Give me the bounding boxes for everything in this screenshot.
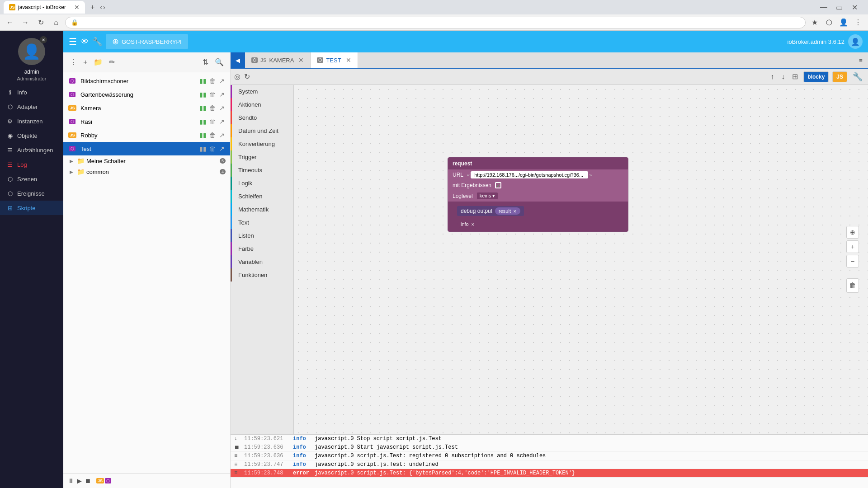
new-tab-button[interactable]: + bbox=[87, 0, 98, 14]
delete-button-robby[interactable]: 🗑 bbox=[208, 131, 217, 140]
delete-button-kamera[interactable]: 🗑 bbox=[208, 103, 217, 113]
palette-datum-zeit[interactable]: Datum und Zeit bbox=[231, 124, 293, 137]
palette-mathematik[interactable]: Mathematik bbox=[231, 203, 293, 216]
editor-tab-test[interactable]: ⬡ TEST ✕ bbox=[311, 52, 358, 68]
export-button-rasi[interactable]: ↗ bbox=[218, 117, 226, 126]
palette-timeouts[interactable]: Timeouts bbox=[231, 164, 293, 177]
delete-button[interactable]: 🗑 bbox=[208, 76, 217, 85]
screenshot-button[interactable]: ⊞ bbox=[790, 70, 800, 83]
editor-tab-prev-button[interactable]: ◀ bbox=[231, 52, 245, 68]
more-options-button[interactable]: ⋮ bbox=[68, 56, 79, 68]
export-code-button[interactable]: ↑ bbox=[769, 71, 776, 83]
export-button-test[interactable]: ↗ bbox=[218, 144, 226, 153]
avatar-close-btn[interactable]: ✕ bbox=[40, 36, 47, 43]
blockly-canvas[interactable]: request URL « http://192.168.176.../cgi-… bbox=[294, 85, 868, 434]
back-button[interactable]: ← bbox=[4, 16, 16, 29]
loglevel-select[interactable]: keins ▾ bbox=[476, 192, 499, 200]
tools-icon[interactable]: 🔧 bbox=[92, 37, 102, 47]
home-button[interactable]: ⌂ bbox=[50, 16, 62, 29]
palette-trigger[interactable]: Trigger bbox=[231, 150, 293, 164]
js-mode-button[interactable]: JS bbox=[832, 71, 847, 82]
block-debug-output[interactable]: debug output result ✕ bbox=[457, 206, 524, 216]
import-code-button[interactable]: ↓ bbox=[779, 71, 787, 83]
sidebar-item-info[interactable]: ℹ Info bbox=[0, 85, 63, 99]
minimize-button[interactable]: ― bbox=[817, 1, 830, 14]
settings-editor-button[interactable]: 🔧 bbox=[851, 70, 864, 84]
export-button-gartenbewaesserung[interactable]: ↗ bbox=[218, 90, 226, 99]
address-input[interactable]: 192.168.1.../javascript bbox=[81, 19, 800, 26]
browser-tab-active[interactable]: JS javascript - ioBroker ✕ bbox=[4, 1, 85, 14]
zoom-out-button[interactable]: − bbox=[846, 255, 859, 267]
delete-button-gartenbewaesserung[interactable]: 🗑 bbox=[208, 90, 217, 99]
palette-funktionen[interactable]: Funktionen bbox=[231, 268, 293, 282]
add-folder-button[interactable]: 📁 bbox=[92, 56, 104, 68]
file-item-rasi[interactable]: ⬡ Rasi ▮▮ 🗑 ↗ bbox=[63, 115, 230, 128]
stop-all-button[interactable]: ⏹ bbox=[85, 477, 91, 484]
host-button[interactable]: ⊛ GOST-RASPBERRYPI bbox=[106, 34, 188, 49]
folder-item-meine-schalter[interactable]: ▶ 📁 Meine Schalter 5 bbox=[63, 155, 230, 166]
center-canvas-button[interactable]: ⊕ bbox=[846, 226, 859, 239]
restore-button[interactable]: ▭ bbox=[833, 1, 845, 14]
file-item-gartenbewaesserung[interactable]: ⬡ Gartenbewässerung ▮▮ 🗑 ↗ bbox=[63, 88, 230, 101]
sidebar-item-adapter[interactable]: ⬡ Adapter bbox=[0, 99, 63, 114]
edit-button[interactable]: ✏ bbox=[107, 56, 117, 68]
tab-scroll-arrows[interactable]: ‹› bbox=[100, 4, 105, 11]
forward-button[interactable]: → bbox=[19, 16, 32, 29]
kamera-tab-close[interactable]: ✕ bbox=[298, 56, 304, 64]
file-item-bildschirmschoner[interactable]: ⬡ Bildschirmschoner ▮▮ 🗑 ↗ bbox=[63, 74, 230, 88]
editor-tabs-menu[interactable]: ≡ bbox=[854, 52, 868, 68]
palette-variablen[interactable]: Variablen bbox=[231, 255, 293, 268]
app-header-avatar[interactable]: 👤 bbox=[848, 34, 863, 49]
sidebar-item-szenen[interactable]: ⬡ Szenen bbox=[0, 172, 63, 186]
extensions-button[interactable]: ⬡ bbox=[823, 16, 835, 29]
trash-button[interactable]: 🗑 bbox=[846, 278, 859, 293]
sidebar-item-skripte[interactable]: ⊞ Skripte bbox=[0, 201, 63, 215]
settings-button[interactable]: ⋮ bbox=[852, 16, 864, 29]
sidebar-item-instanzen[interactable]: ⚙ Instanzen bbox=[0, 114, 63, 128]
browser-tab-close[interactable]: ✕ bbox=[74, 4, 80, 11]
export-button[interactable]: ↗ bbox=[218, 76, 226, 85]
editor-tab-kamera[interactable]: ⬡ JS KAMERA ✕ bbox=[245, 52, 311, 68]
delete-button-rasi[interactable]: 🗑 bbox=[208, 117, 217, 126]
url-input[interactable]: http://192.168.176.../cgi-bin/getsnapsho… bbox=[471, 171, 588, 178]
mit-ergebnissen-checkbox[interactable]: ✓ bbox=[495, 182, 501, 188]
search-button[interactable]: 🔍 bbox=[213, 56, 226, 68]
play-all-button[interactable]: ▶ bbox=[77, 477, 82, 484]
file-item-test[interactable]: ⬡ Test ▮▮ 🗑 ↗ bbox=[63, 142, 230, 155]
palette-farbe[interactable]: Farbe bbox=[231, 242, 293, 255]
palette-system[interactable]: System bbox=[231, 85, 293, 98]
pause-all-button[interactable]: ⏸ bbox=[68, 477, 74, 484]
sidebar-item-aufzaehlungen[interactable]: ☰ Aufzählungen bbox=[0, 143, 63, 157]
palette-listen[interactable]: Listen bbox=[231, 229, 293, 242]
export-button-kamera[interactable]: ↗ bbox=[218, 103, 226, 113]
export-button-robby[interactable]: ↗ bbox=[218, 131, 226, 140]
profile-button[interactable]: 👤 bbox=[837, 16, 850, 29]
palette-text[interactable]: Text bbox=[231, 216, 293, 229]
sidebar-item-ereignisse[interactable]: ⬡ Ereignisse bbox=[0, 186, 63, 201]
result-badge[interactable]: result ✕ bbox=[495, 207, 520, 215]
sidebar-item-log[interactable]: ☰ Log bbox=[0, 157, 63, 172]
close-button[interactable]: ✕ bbox=[848, 1, 861, 14]
address-bar[interactable]: 🔒 192.168.1.../javascript bbox=[65, 17, 806, 28]
sidebar-item-objekte[interactable]: ◉ Objekte bbox=[0, 128, 63, 143]
file-item-robby[interactable]: JS Robby ▮▮ 🗑 ↗ bbox=[63, 128, 230, 142]
palette-logik[interactable]: Logik bbox=[231, 177, 293, 190]
zoom-in-button[interactable]: + bbox=[846, 240, 859, 253]
delete-button-test[interactable]: 🗑 bbox=[208, 144, 217, 153]
info-badge[interactable]: info ✕ bbox=[457, 221, 478, 228]
palette-konvertierung[interactable]: Konvertierung bbox=[231, 137, 293, 150]
folder-item-common[interactable]: ▶ 📁 common 4 bbox=[63, 166, 230, 177]
add-script-button[interactable]: + bbox=[81, 56, 89, 68]
blocky-mode-button[interactable]: blocky bbox=[803, 71, 829, 82]
menu-icon[interactable]: ☰ bbox=[69, 36, 77, 47]
test-tab-close[interactable]: ✕ bbox=[346, 56, 351, 64]
refresh-editor-button[interactable]: ↻ bbox=[244, 72, 250, 81]
sort-button[interactable]: ⇅ bbox=[201, 56, 210, 68]
palette-schleifen[interactable]: Schleifen bbox=[231, 190, 293, 203]
target-button[interactable]: ◎ bbox=[234, 72, 241, 81]
refresh-button[interactable]: ↻ bbox=[34, 16, 47, 29]
bookmark-button[interactable]: ★ bbox=[808, 16, 821, 29]
palette-aktionen[interactable]: Aktionen bbox=[231, 98, 293, 111]
eye-icon[interactable]: 👁 bbox=[80, 37, 89, 47]
block-request[interactable]: request URL « http://192.168.176.../cgi-… bbox=[448, 157, 628, 232]
